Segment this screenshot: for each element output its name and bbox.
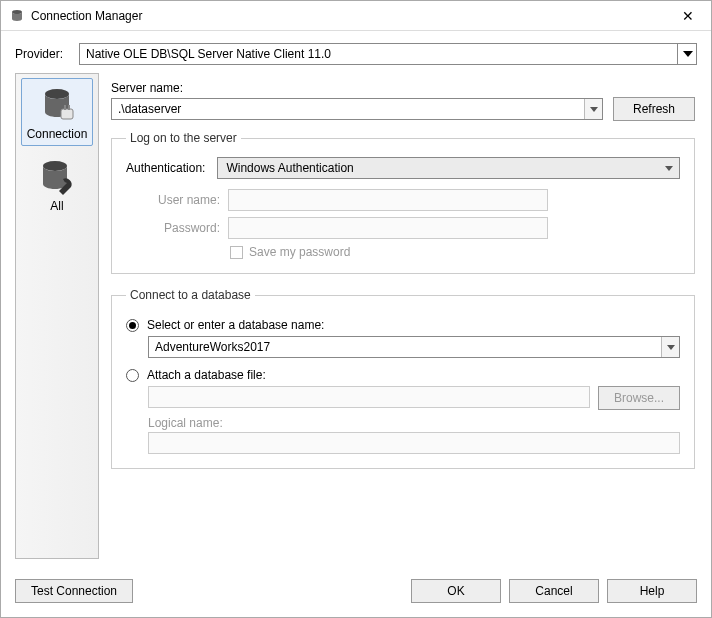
username-label: User name:: [150, 193, 220, 207]
chevron-down-icon: [661, 337, 679, 357]
footer: Test Connection OK Cancel Help: [1, 569, 711, 617]
database-plug-icon: [37, 85, 77, 125]
cancel-button[interactable]: Cancel: [509, 579, 599, 603]
database-name-input[interactable]: AdventureWorks2017: [148, 336, 680, 358]
sidebar: Connection All: [15, 73, 99, 559]
app-icon: [9, 8, 25, 24]
username-input: [228, 189, 548, 211]
help-button[interactable]: Help: [607, 579, 697, 603]
provider-select[interactable]: Native OLE DB\SQL Server Native Client 1…: [79, 43, 697, 65]
sidebar-item-all[interactable]: All: [21, 150, 93, 218]
database-legend: Connect to a database: [126, 288, 255, 302]
svg-rect-3: [64, 105, 66, 110]
svg-rect-2: [61, 109, 73, 119]
logical-name-label: Logical name:: [148, 416, 680, 430]
window-title: Connection Manager: [31, 9, 673, 23]
svg-point-0: [12, 10, 22, 14]
authentication-select[interactable]: Windows Authentication: [217, 157, 680, 179]
database-wrench-icon: [37, 157, 77, 197]
server-name-combo[interactable]: .\dataserver: [111, 98, 603, 120]
provider-row: Provider: Native OLE DB\SQL Server Nativ…: [1, 31, 711, 73]
sidebar-item-connection[interactable]: Connection: [21, 78, 93, 146]
logon-legend: Log on to the server: [126, 131, 241, 145]
attach-file-input: [148, 386, 590, 408]
svg-point-1: [45, 89, 69, 99]
connection-manager-window: Connection Manager ✕ Provider: Native OL…: [0, 0, 712, 618]
provider-label: Provider:: [15, 47, 69, 61]
logon-fieldset: Log on to the server Authentication: Win…: [111, 131, 695, 274]
radio-attach-file-label: Attach a database file:: [147, 368, 266, 382]
save-password-label: Save my password: [249, 245, 350, 259]
titlebar: Connection Manager ✕: [1, 1, 711, 31]
logical-name-input: [148, 432, 680, 454]
server-name-input[interactable]: .\dataserver: [111, 98, 603, 120]
main-panel: Server name: .\dataserver Refresh Log on…: [109, 73, 697, 559]
server-name-label: Server name:: [111, 81, 183, 95]
chevron-down-icon: [660, 159, 678, 177]
authentication-value: Windows Authentication: [226, 161, 353, 175]
authentication-label: Authentication:: [126, 161, 205, 175]
provider-select-value: Native OLE DB\SQL Server Native Client 1…: [79, 43, 697, 65]
browse-button: Browse...: [598, 386, 680, 410]
password-label: Password:: [150, 221, 220, 235]
database-name-combo[interactable]: AdventureWorks2017: [148, 336, 680, 358]
sidebar-item-label: Connection: [27, 127, 88, 141]
close-button[interactable]: ✕: [673, 8, 703, 24]
test-connection-button[interactable]: Test Connection: [15, 579, 133, 603]
radio-attach-file[interactable]: [126, 369, 139, 382]
svg-point-5: [43, 161, 67, 171]
svg-rect-4: [68, 105, 70, 110]
radio-select-database[interactable]: [126, 319, 139, 332]
password-input: [228, 217, 548, 239]
save-password-checkbox: [230, 246, 243, 259]
refresh-button[interactable]: Refresh: [613, 97, 695, 121]
database-fieldset: Connect to a database Select or enter a …: [111, 288, 695, 469]
chevron-down-icon: [677, 43, 697, 65]
ok-button[interactable]: OK: [411, 579, 501, 603]
radio-select-database-label: Select or enter a database name:: [147, 318, 324, 332]
chevron-down-icon: [584, 99, 602, 119]
sidebar-item-label: All: [50, 199, 63, 213]
